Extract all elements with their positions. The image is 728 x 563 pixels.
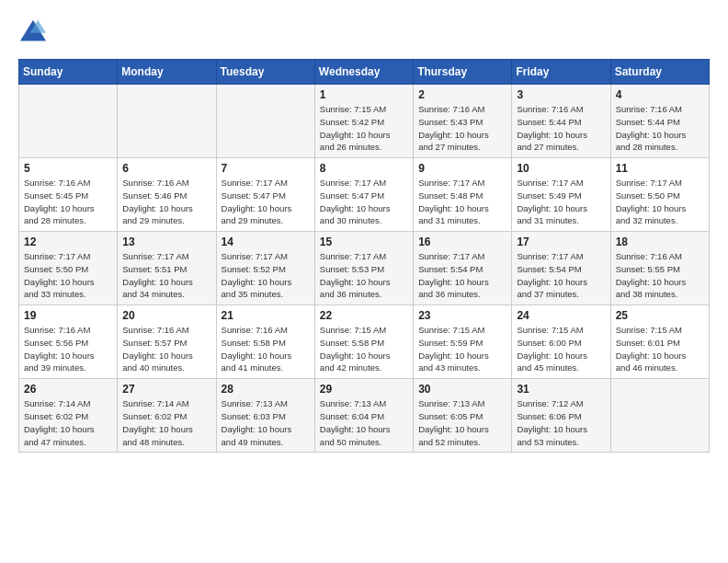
- calendar-cell: 21Sunrise: 7:16 AM Sunset: 5:58 PM Dayli…: [216, 305, 314, 379]
- day-number: 1: [320, 88, 408, 101]
- calendar-cell: 31Sunrise: 7:12 AM Sunset: 6:06 PM Dayli…: [512, 379, 610, 453]
- page-header: [18, 18, 710, 44]
- day-info: Sunrise: 7:15 AM Sunset: 6:00 PM Dayligh…: [517, 324, 605, 374]
- day-number: 14: [222, 236, 310, 248]
- calendar-cell: 18Sunrise: 7:16 AM Sunset: 5:55 PM Dayli…: [610, 232, 709, 305]
- weekday-header: Monday: [118, 60, 216, 85]
- calendar-cell: 2Sunrise: 7:16 AM Sunset: 5:43 PM Daylig…: [414, 85, 512, 158]
- day-info: Sunrise: 7:17 AM Sunset: 5:54 PM Dayligh…: [517, 250, 605, 301]
- day-number: 8: [320, 162, 408, 175]
- day-number: 3: [517, 88, 605, 101]
- calendar-cell: [216, 85, 314, 158]
- calendar-cell: 15Sunrise: 7:17 AM Sunset: 5:53 PM Dayli…: [314, 232, 413, 305]
- calendar-cell: 27Sunrise: 7:14 AM Sunset: 6:02 PM Dayli…: [118, 379, 216, 453]
- day-number: 10: [517, 162, 605, 175]
- calendar-cell: 5Sunrise: 7:16 AM Sunset: 5:45 PM Daylig…: [19, 158, 118, 232]
- day-info: Sunrise: 7:17 AM Sunset: 5:52 PM Dayligh…: [222, 250, 310, 301]
- weekday-header: Friday: [512, 60, 610, 85]
- calendar-cell: 9Sunrise: 7:17 AM Sunset: 5:48 PM Daylig…: [414, 158, 512, 232]
- day-number: 18: [616, 236, 704, 248]
- calendar-cell: 11Sunrise: 7:17 AM Sunset: 5:50 PM Dayli…: [610, 158, 709, 232]
- day-info: Sunrise: 7:17 AM Sunset: 5:47 PM Dayligh…: [320, 177, 408, 227]
- day-number: 23: [418, 309, 506, 322]
- calendar-cell: 23Sunrise: 7:15 AM Sunset: 5:59 PM Dayli…: [414, 305, 512, 379]
- day-info: Sunrise: 7:14 AM Sunset: 6:02 PM Dayligh…: [24, 397, 112, 448]
- calendar-week-row: 5Sunrise: 7:16 AM Sunset: 5:45 PM Daylig…: [19, 158, 710, 232]
- day-number: 15: [320, 236, 408, 248]
- day-number: 21: [222, 309, 310, 322]
- day-number: 7: [222, 162, 310, 175]
- weekday-header: Wednesday: [314, 60, 413, 85]
- calendar-cell: 8Sunrise: 7:17 AM Sunset: 5:47 PM Daylig…: [314, 158, 413, 232]
- calendar-cell: 3Sunrise: 7:16 AM Sunset: 5:44 PM Daylig…: [512, 85, 610, 158]
- calendar-cell: [118, 85, 216, 158]
- day-info: Sunrise: 7:16 AM Sunset: 5:44 PM Dayligh…: [616, 103, 704, 154]
- day-number: 16: [418, 236, 506, 248]
- day-info: Sunrise: 7:13 AM Sunset: 6:04 PM Dayligh…: [320, 397, 408, 448]
- calendar-cell: 14Sunrise: 7:17 AM Sunset: 5:52 PM Dayli…: [216, 232, 314, 305]
- calendar-cell: 29Sunrise: 7:13 AM Sunset: 6:04 PM Dayli…: [314, 379, 413, 453]
- day-number: 17: [517, 236, 605, 248]
- calendar-cell: 4Sunrise: 7:16 AM Sunset: 5:44 PM Daylig…: [610, 85, 709, 158]
- calendar-cell: 17Sunrise: 7:17 AM Sunset: 5:54 PM Dayli…: [512, 232, 610, 305]
- weekday-header: Saturday: [610, 60, 709, 85]
- day-info: Sunrise: 7:15 AM Sunset: 5:59 PM Dayligh…: [418, 324, 506, 374]
- day-number: 13: [122, 236, 210, 248]
- day-info: Sunrise: 7:14 AM Sunset: 6:02 PM Dayligh…: [122, 397, 210, 448]
- day-info: Sunrise: 7:16 AM Sunset: 5:57 PM Dayligh…: [122, 324, 210, 374]
- day-number: 28: [222, 383, 310, 396]
- weekday-header: Tuesday: [216, 60, 314, 85]
- day-number: 24: [517, 309, 605, 322]
- day-number: 25: [616, 309, 704, 322]
- day-info: Sunrise: 7:16 AM Sunset: 5:46 PM Dayligh…: [122, 177, 210, 227]
- calendar-cell: 25Sunrise: 7:15 AM Sunset: 6:01 PM Dayli…: [610, 305, 709, 379]
- day-info: Sunrise: 7:15 AM Sunset: 6:01 PM Dayligh…: [616, 324, 704, 374]
- calendar-cell: 26Sunrise: 7:14 AM Sunset: 6:02 PM Dayli…: [19, 379, 118, 453]
- calendar-cell: [19, 85, 118, 158]
- calendar-cell: 19Sunrise: 7:16 AM Sunset: 5:56 PM Dayli…: [19, 305, 118, 379]
- calendar-cell: 13Sunrise: 7:17 AM Sunset: 5:51 PM Dayli…: [118, 232, 216, 305]
- day-info: Sunrise: 7:17 AM Sunset: 5:54 PM Dayligh…: [418, 250, 506, 301]
- calendar-cell: 6Sunrise: 7:16 AM Sunset: 5:46 PM Daylig…: [118, 158, 216, 232]
- day-info: Sunrise: 7:15 AM Sunset: 5:42 PM Dayligh…: [320, 103, 408, 154]
- day-info: Sunrise: 7:13 AM Sunset: 6:03 PM Dayligh…: [222, 397, 310, 448]
- day-number: 11: [616, 162, 704, 175]
- calendar-cell: 20Sunrise: 7:16 AM Sunset: 5:57 PM Dayli…: [118, 305, 216, 379]
- calendar-cell: 16Sunrise: 7:17 AM Sunset: 5:54 PM Dayli…: [414, 232, 512, 305]
- day-info: Sunrise: 7:17 AM Sunset: 5:49 PM Dayligh…: [517, 177, 605, 227]
- day-number: 27: [122, 383, 210, 396]
- calendar-cell: 10Sunrise: 7:17 AM Sunset: 5:49 PM Dayli…: [512, 158, 610, 232]
- calendar-week-row: 19Sunrise: 7:16 AM Sunset: 5:56 PM Dayli…: [19, 305, 710, 379]
- day-number: 4: [616, 88, 704, 101]
- calendar-cell: 24Sunrise: 7:15 AM Sunset: 6:00 PM Dayli…: [512, 305, 610, 379]
- calendar-cell: 28Sunrise: 7:13 AM Sunset: 6:03 PM Dayli…: [216, 379, 314, 453]
- calendar-table: SundayMondayTuesdayWednesdayThursdayFrid…: [18, 59, 710, 453]
- day-info: Sunrise: 7:16 AM Sunset: 5:44 PM Dayligh…: [517, 103, 605, 154]
- calendar-cell: 30Sunrise: 7:13 AM Sunset: 6:05 PM Dayli…: [414, 379, 512, 453]
- day-number: 5: [24, 162, 112, 175]
- day-number: 29: [320, 383, 408, 396]
- day-info: Sunrise: 7:17 AM Sunset: 5:50 PM Dayligh…: [616, 177, 704, 227]
- calendar-week-row: 26Sunrise: 7:14 AM Sunset: 6:02 PM Dayli…: [19, 379, 710, 453]
- day-info: Sunrise: 7:16 AM Sunset: 5:43 PM Dayligh…: [418, 103, 506, 154]
- day-number: 12: [24, 236, 112, 248]
- day-number: 6: [122, 162, 210, 175]
- weekday-header: Thursday: [414, 60, 512, 85]
- day-info: Sunrise: 7:17 AM Sunset: 5:47 PM Dayligh…: [222, 177, 310, 227]
- day-info: Sunrise: 7:16 AM Sunset: 5:45 PM Dayligh…: [24, 177, 112, 227]
- day-info: Sunrise: 7:13 AM Sunset: 6:05 PM Dayligh…: [418, 397, 506, 448]
- day-number: 22: [320, 309, 408, 322]
- weekday-header: Sunday: [19, 60, 118, 85]
- calendar-week-row: 12Sunrise: 7:17 AM Sunset: 5:50 PM Dayli…: [19, 232, 710, 305]
- day-info: Sunrise: 7:15 AM Sunset: 5:58 PM Dayligh…: [320, 324, 408, 374]
- day-info: Sunrise: 7:17 AM Sunset: 5:51 PM Dayligh…: [122, 250, 210, 301]
- weekday-header-row: SundayMondayTuesdayWednesdayThursdayFrid…: [19, 60, 710, 85]
- calendar-cell: 12Sunrise: 7:17 AM Sunset: 5:50 PM Dayli…: [19, 232, 118, 305]
- day-number: 26: [24, 383, 112, 396]
- day-number: 30: [418, 383, 506, 396]
- logo: [18, 18, 51, 44]
- day-number: 9: [418, 162, 506, 175]
- day-info: Sunrise: 7:17 AM Sunset: 5:48 PM Dayligh…: [418, 177, 506, 227]
- day-info: Sunrise: 7:16 AM Sunset: 5:55 PM Dayligh…: [616, 250, 704, 301]
- day-info: Sunrise: 7:17 AM Sunset: 5:50 PM Dayligh…: [24, 250, 112, 301]
